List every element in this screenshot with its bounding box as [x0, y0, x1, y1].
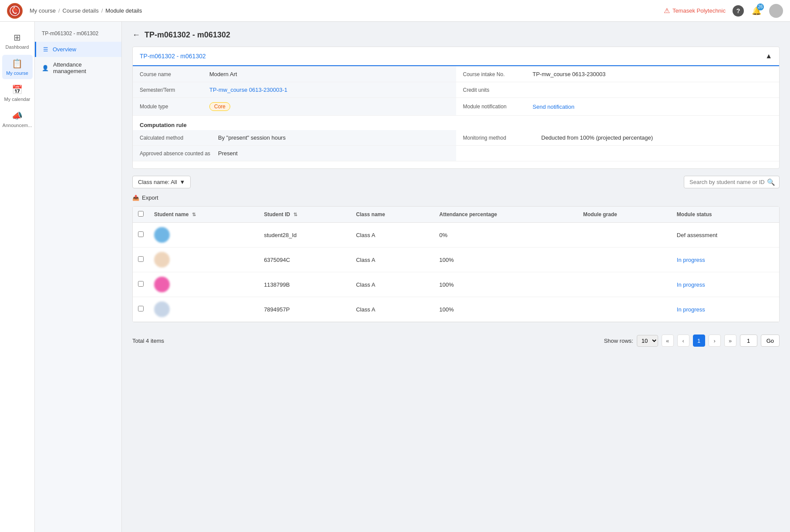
- students-table-card: Student name ⇅ Student ID ⇅ Class name: [132, 206, 780, 322]
- attendance-pct-value: 100%: [439, 257, 454, 263]
- institution-name: ⚠ Temasek Polytechnic: [664, 7, 726, 15]
- class-name-value: Class A: [356, 232, 375, 238]
- notification-badge: 26: [757, 3, 764, 10]
- sidebar-item-my-calendar[interactable]: 📅 My calendar: [2, 81, 33, 105]
- page-title: TP-m061302 - m061302: [145, 30, 230, 40]
- help-button[interactable]: ?: [733, 5, 744, 17]
- breadcrumb-module-details: Module details: [105, 7, 142, 14]
- filter-dropdown-icon: ▼: [180, 179, 185, 185]
- table-row: 6375094C Class A 100% In progress: [133, 248, 779, 272]
- row-checkbox[interactable]: [138, 306, 144, 311]
- attendance-pct-value: 0%: [439, 232, 447, 238]
- approved-absence-cell: Approved absence counted as Present: [133, 146, 456, 161]
- app-logo[interactable]: [7, 3, 23, 19]
- export-button[interactable]: 📤 Export: [132, 193, 780, 203]
- current-page-button[interactable]: 1: [693, 335, 705, 347]
- module-notification-label: Module notification: [463, 104, 533, 110]
- course-intake-label: Course intake No.: [463, 71, 533, 77]
- search-icon: 🔍: [767, 178, 775, 186]
- page-header: ← TP-m061302 - m061302: [132, 30, 780, 40]
- sidebar-nav-overview[interactable]: ☰ Overview: [35, 42, 121, 57]
- overview-label: Overview: [53, 46, 76, 53]
- students-table: Student name ⇅ Student ID ⇅ Class name: [133, 207, 779, 322]
- card-header: TP-m061302 - m061302 ▲: [133, 47, 779, 66]
- module-status-value: In progress: [677, 306, 705, 313]
- user-avatar[interactable]: [769, 4, 783, 18]
- course-name-label-cell: Course name Modern Art: [133, 67, 456, 82]
- breadcrumb-my-course[interactable]: My course: [30, 7, 56, 14]
- search-input[interactable]: [684, 176, 780, 188]
- sidebar-module-title: TP-m061302 - m061302: [35, 27, 121, 42]
- student-name-sort-icon[interactable]: ⇅: [192, 212, 196, 217]
- calculated-method-label: Calculated method: [140, 135, 218, 141]
- student-avatar: [154, 277, 170, 292]
- prev-page-button[interactable]: ‹: [677, 335, 689, 347]
- select-all-checkbox[interactable]: [138, 211, 144, 217]
- attendance-pct-cell: 100%: [434, 272, 578, 297]
- announcements-icon: 📣: [12, 110, 23, 121]
- student-avatar: [154, 227, 170, 243]
- page-jump-input[interactable]: [740, 335, 757, 347]
- approved-absence-value: Present: [218, 150, 238, 157]
- student-id-cell: student28_Id: [259, 223, 351, 248]
- send-notification-link[interactable]: Send notification: [533, 104, 575, 110]
- sidebar-item-my-course[interactable]: 📋 My course: [2, 55, 33, 79]
- module-status-cell: In progress: [672, 248, 779, 272]
- class-filter-button[interactable]: Class name: All ▼: [132, 176, 191, 188]
- col-student-id: Student ID ⇅: [259, 207, 351, 223]
- pagination-controls: Show rows: 10 20 50 « ‹ 1 › » Go: [604, 335, 780, 347]
- select-all-header: [133, 207, 149, 223]
- module-notification-cell: Module notification Send notification: [456, 98, 780, 116]
- col-attendance-pct: Attendance percentage: [434, 207, 578, 223]
- notifications-button[interactable]: 🔔 26: [751, 5, 762, 17]
- module-grade-col-label: Module grade: [583, 211, 617, 217]
- row-checkbox-cell: [133, 272, 149, 297]
- row-checkbox[interactable]: [138, 281, 144, 287]
- module-grade-cell: [578, 297, 672, 322]
- semester-value[interactable]: TP-mw_course 0613-230003-1: [209, 87, 287, 93]
- student-id-value: 1138799B: [264, 281, 289, 288]
- row-checkbox-cell: [133, 223, 149, 248]
- row-checkbox-cell: [133, 297, 149, 322]
- student-name-cell: [149, 223, 259, 248]
- col-student-name: Student name ⇅: [149, 207, 259, 223]
- student-id-value: student28_Id: [264, 232, 296, 238]
- row-checkbox[interactable]: [138, 256, 144, 262]
- student-id-cell: 7894957P: [259, 297, 351, 322]
- class-name-value: Class A: [356, 257, 375, 263]
- row-checkbox[interactable]: [138, 231, 144, 237]
- sidebar-announcements-label: Announcem...: [3, 123, 32, 128]
- calendar-icon: 📅: [12, 84, 23, 95]
- first-page-button[interactable]: «: [662, 335, 674, 347]
- back-button[interactable]: ←: [132, 30, 140, 40]
- sidebar-nav-attendance[interactable]: 👤 Attendance management: [35, 57, 121, 79]
- student-avatar: [154, 301, 170, 317]
- calculated-method-cell: Calculated method By "present" session h…: [133, 130, 456, 146]
- course-name-value: Modern Art: [209, 71, 237, 77]
- institution-icon: ⚠: [664, 7, 670, 15]
- go-button[interactable]: Go: [761, 335, 780, 347]
- app-body: ⊞ Dashboard 📋 My course 📅 My calendar 📣 …: [0, 22, 790, 532]
- student-id-sort-icon[interactable]: ⇅: [293, 212, 297, 217]
- module-status-cell: In progress: [672, 272, 779, 297]
- table-toolbar: Class name: All ▼ 🔍: [132, 176, 780, 188]
- course-intake-value: TP-mw_course 0613-230003: [533, 71, 606, 77]
- breadcrumb-course-details[interactable]: Course details: [63, 7, 99, 14]
- search-input-wrap: 🔍: [684, 176, 780, 188]
- table-body: student28_Id Class A 0% Def assessment: [133, 223, 779, 322]
- secondary-sidebar: TP-m061302 - m061302 ☰ Overview 👤 Attend…: [35, 22, 122, 532]
- module-status-value: In progress: [677, 257, 705, 263]
- module-grade-cell: [578, 248, 672, 272]
- class-name-cell: Class A: [351, 297, 434, 322]
- student-id-col-label: Student ID: [264, 211, 290, 217]
- last-page-button[interactable]: »: [724, 335, 736, 347]
- card-collapse-button[interactable]: ▲: [765, 52, 772, 60]
- col-module-grade: Module grade: [578, 207, 672, 223]
- rows-per-page-select[interactable]: 10 20 50: [637, 335, 658, 347]
- sidebar-item-announcements[interactable]: 📣 Announcem...: [2, 107, 33, 131]
- sidebar-icons: ⊞ Dashboard 📋 My course 📅 My calendar 📣 …: [0, 22, 35, 532]
- student-name-cell: [149, 248, 259, 272]
- attendance-icon: 👤: [42, 65, 49, 71]
- next-page-button[interactable]: ›: [709, 335, 721, 347]
- sidebar-item-dashboard[interactable]: ⊞ Dashboard: [2, 29, 33, 53]
